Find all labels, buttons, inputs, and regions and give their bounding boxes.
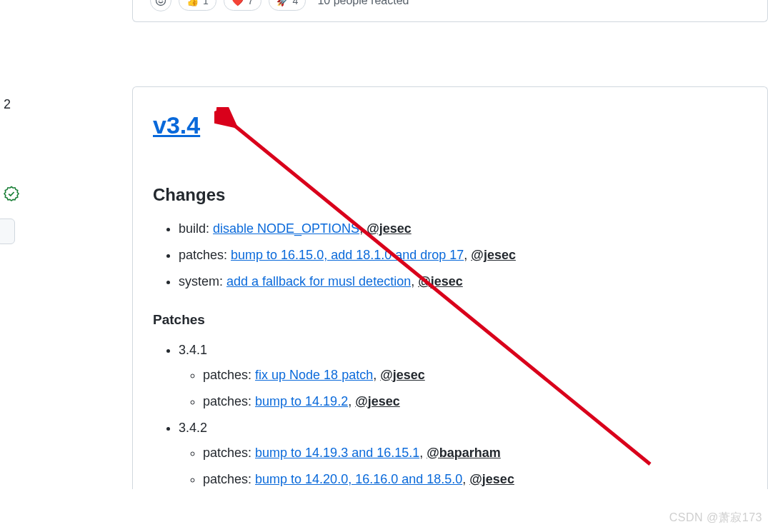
watermark: CSDN @萧寂173 (669, 509, 762, 526)
list-item: build: disable NODE_OPTIONS, @jesec (179, 219, 747, 239)
add-reaction-button[interactable] (150, 0, 171, 11)
change-prefix: patches: (203, 368, 255, 382)
changes-list: build: disable NODE_OPTIONS, @jesec patc… (153, 219, 747, 291)
list-item: patches: bump to 14.20.0, 16.16.0 and 18… (203, 470, 747, 489)
change-link[interactable]: add a fallback for musl detection (226, 274, 411, 288)
changes-heading: Changes (153, 182, 747, 208)
user-mention[interactable]: @baparham (427, 446, 501, 460)
list-item: patches: fix up Node 18 patch, @jesec (203, 366, 747, 385)
button-stub[interactable] (0, 219, 15, 244)
reactions-bar: 👍 1 ❤️ 7 🚀 4 10 people reacted (150, 0, 750, 11)
user-mention[interactable]: @jesec (355, 394, 400, 408)
patch-version: 3.4.2 (179, 421, 207, 435)
change-prefix: patches: (179, 248, 231, 262)
change-prefix: system: (179, 274, 226, 288)
user-mention[interactable]: @jesec (380, 368, 425, 382)
change-link[interactable]: fix up Node 18 patch (255, 368, 373, 382)
verified-icon[interactable] (3, 186, 20, 203)
patches-heading: Patches (153, 310, 747, 331)
reaction-count: 4 (293, 0, 299, 9)
change-link[interactable]: bump to 14.20.0, 16.16.0 and 18.5.0 (255, 472, 462, 486)
user-mention[interactable]: @jesec (471, 248, 516, 262)
reaction-summary: 10 people reacted (317, 0, 409, 9)
patch-sublist: patches: bump to 14.19.3 and 16.15.1, @b… (179, 443, 747, 489)
reaction-count: 1 (203, 0, 209, 9)
patches-list: 3.4.1 patches: fix up Node 18 patch, @je… (153, 341, 747, 489)
change-link[interactable]: bump to 16.15.0, add 18.1.0 and drop 17 (231, 248, 464, 262)
change-prefix: build: (179, 221, 213, 236)
list-item: patches: bump to 16.15.0, add 18.1.0 and… (179, 246, 747, 265)
user-mention[interactable]: @jesec (418, 274, 463, 288)
change-link[interactable]: bump to 14.19.3 and 16.15.1 (255, 446, 419, 460)
main-content: 👍 1 ❤️ 7 🚀 4 10 people reacted v3.4 Chan… (132, 0, 768, 532)
heart-icon: ❤️ (231, 0, 244, 9)
list-item: system: add a fallback for musl detectio… (179, 272, 747, 291)
patch-version: 3.4.1 (179, 343, 207, 357)
reaction-count: 7 (248, 0, 254, 9)
change-prefix: patches: (203, 446, 255, 460)
rocket-icon: 🚀 (276, 0, 289, 9)
tag-count: 2 (4, 95, 11, 114)
release-card: v3.4 Changes build: disable NODE_OPTIONS… (132, 86, 768, 489)
reaction-thumbsup[interactable]: 👍 1 (179, 0, 216, 11)
patch-sublist: patches: fix up Node 18 patch, @jesec pa… (179, 366, 747, 411)
previous-release-card: 👍 1 ❤️ 7 🚀 4 10 people reacted (132, 0, 768, 22)
sidebar-column: 2 (0, 0, 132, 532)
change-link[interactable]: bump to 14.19.2 (255, 394, 348, 408)
change-link[interactable]: disable NODE_OPTIONS (213, 221, 359, 236)
list-item: 3.4.1 patches: fix up Node 18 patch, @je… (179, 341, 747, 411)
change-prefix: patches: (203, 394, 255, 408)
user-mention[interactable]: @jesec (366, 221, 412, 236)
list-item: patches: bump to 14.19.3 and 16.15.1, @b… (203, 443, 747, 463)
change-prefix: patches: (203, 472, 255, 486)
reaction-heart[interactable]: ❤️ 7 (224, 0, 261, 11)
svg-point-1 (159, 0, 160, 1)
release-title-link[interactable]: v3.4 (153, 107, 200, 144)
user-mention[interactable]: @jesec (469, 472, 514, 486)
thumbsup-icon: 👍 (186, 0, 199, 9)
svg-point-2 (161, 0, 163, 1)
list-item: patches: bump to 14.19.2, @jesec (203, 392, 747, 411)
list-item: 3.4.2 patches: bump to 14.19.3 and 16.15… (179, 418, 747, 489)
reaction-rocket[interactable]: 🚀 4 (269, 0, 306, 11)
